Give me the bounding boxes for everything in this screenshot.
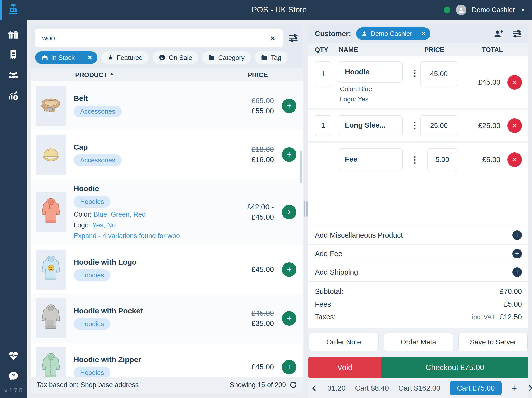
plus-circle-icon: + — [512, 230, 522, 240]
sidebar-item-health[interactable] — [0, 346, 27, 366]
product-name: Hoodie with Logo — [74, 258, 137, 266]
product-price-to: £45.00 — [224, 213, 274, 222]
qty-input[interactable] — [315, 115, 331, 136]
product-price: £45.00 — [224, 266, 274, 274]
sidebar-item-customers[interactable] — [0, 66, 27, 86]
add-shipping-button[interactable]: Add Shipping + — [308, 263, 528, 281]
chip-label: On Sale — [169, 54, 192, 62]
qty-input[interactable] — [315, 62, 331, 86]
product-image-cap — [36, 135, 66, 175]
item-price-input[interactable] — [427, 148, 457, 171]
item-price-input[interactable] — [420, 62, 457, 86]
heart-pulse-icon — [8, 350, 19, 362]
carts-scroll-left-button[interactable] — [310, 384, 318, 392]
item-name-box[interactable]: Hoodie — [339, 62, 403, 83]
order-note-button[interactable]: Order Note — [309, 333, 379, 352]
new-cart-button[interactable]: + — [511, 383, 517, 393]
add-fee-button[interactable]: Add Fee + — [308, 244, 528, 263]
cart-tab-active[interactable]: Cart £75.00 — [450, 381, 502, 396]
color-options-link[interactable]: Blue, Green, Red — [94, 211, 146, 218]
filter-chip-tag[interactable]: Tag — [255, 52, 287, 64]
order-meta-button[interactable]: Order Meta — [384, 333, 453, 352]
chevron-down-icon[interactable]: ▼ — [520, 7, 525, 13]
item-name-box[interactable]: Long Slee... — [339, 115, 403, 136]
add-misc-label: Add Miscellaneous Product — [315, 231, 403, 240]
sort-by-product[interactable]: PRODUCT ▲ — [31, 71, 114, 79]
sidebar-item-register[interactable] — [0, 0, 27, 20]
product-price: £35.00 — [224, 320, 274, 328]
add-to-cart-button[interactable]: + — [282, 262, 296, 277]
add-to-cart-button[interactable]: + — [282, 99, 296, 113]
product-image-hoodie-with-zipper — [36, 347, 66, 377]
product-category-chip[interactable]: Hoodies — [74, 367, 110, 377]
product-category-chip[interactable]: Hoodies — [74, 270, 110, 281]
logo-options-link[interactable]: Yes, No — [92, 222, 116, 229]
cart-tab-partial[interactable]: 31.20 — [327, 384, 346, 392]
add-customer-button[interactable] — [493, 29, 503, 39]
avatar[interactable] — [456, 5, 466, 15]
taxes-label: Taxes: — [315, 313, 336, 321]
product-category-chip[interactable]: Accessories — [74, 106, 122, 118]
remove-in-stock-filter[interactable]: ✕ — [82, 52, 97, 64]
item-total: £25.00 — [458, 115, 500, 136]
cart-settings-button[interactable] — [512, 29, 522, 39]
remove-item-button[interactable]: × — [507, 118, 522, 133]
filter-chip-featured[interactable]: ★ Featured — [101, 52, 149, 64]
void-button[interactable]: Void — [308, 357, 381, 378]
product-category-chip[interactable]: Hoodies — [74, 196, 110, 208]
add-to-cart-button[interactable]: + — [282, 311, 296, 326]
item-menu-button[interactable]: ⋮ — [409, 115, 420, 136]
gifts-icon — [8, 28, 19, 41]
product-variation-logo: Logo: Yes, No — [74, 222, 116, 229]
users-icon — [8, 70, 19, 82]
item-menu-button[interactable]: ⋮ — [409, 62, 420, 103]
sidebar-item-products[interactable] — [0, 24, 27, 45]
refresh-icon[interactable] — [289, 381, 297, 389]
add-miscellaneous-product-button[interactable]: Add Miscellaneous Product + — [308, 226, 528, 244]
taxes-note: incl VAT — [472, 313, 495, 321]
save-to-server-button[interactable]: Save to Server — [458, 333, 528, 352]
filter-chip-category[interactable]: Category — [202, 52, 251, 64]
cart-tab-2[interactable]: Cart $8.40 — [355, 384, 389, 392]
sidebar-item-help[interactable]: ? — [0, 366, 27, 387]
add-to-cart-button[interactable]: + — [282, 360, 296, 374]
filter-chip-on-sale[interactable]: $ On Sale — [153, 52, 198, 64]
chevron-left-icon — [310, 384, 318, 392]
item-menu-button[interactable]: ⋮ — [409, 148, 420, 171]
open-variations-button[interactable] — [282, 205, 296, 220]
expand-variations-link[interactable]: Expand - 4 variations found for woo — [74, 232, 180, 240]
item-price-input[interactable] — [420, 115, 457, 136]
customer-chip[interactable]: Demo Cashier ✕ — [356, 28, 430, 40]
add-to-cart-button[interactable]: + — [282, 148, 296, 162]
chevron-right-icon — [286, 209, 292, 215]
star-icon: ★ — [107, 54, 114, 61]
product-search-input[interactable] — [35, 29, 283, 48]
filter-chip-in-stock[interactable]: In Stock ✕ — [35, 52, 97, 64]
sidebar-item-reports[interactable]: $ — [0, 86, 27, 106]
remove-customer-button[interactable]: ✕ — [416, 28, 430, 40]
sidebar-item-orders[interactable] — [0, 45, 27, 66]
product-category-chip[interactable]: Accessories — [74, 154, 122, 166]
sales-report-icon: $ — [8, 90, 19, 102]
product-name: Cap — [74, 143, 88, 152]
remove-item-button[interactable]: × — [507, 75, 522, 90]
product-list-footer: Tax based on: Shop base address Showing … — [31, 377, 303, 393]
sliders-icon — [288, 33, 298, 43]
panel-resize-divider[interactable] — [303, 20, 308, 398]
clear-search-button[interactable]: × — [268, 34, 277, 43]
user-menu[interactable]: Demo Cashier — [472, 6, 515, 14]
product-image-hoodie-with-logo — [36, 250, 66, 290]
chip-label: Featured — [117, 54, 143, 62]
checkout-button[interactable]: Checkout £75.00 — [381, 357, 528, 378]
carts-scroll-right-button[interactable] — [527, 384, 532, 392]
item-total: £5.00 — [458, 148, 500, 171]
plus-circle-icon: + — [512, 249, 522, 258]
item-name-box[interactable]: Fee — [339, 148, 403, 170]
sidebar: $ ? v 1.7.5 — [0, 0, 27, 398]
cart-tab-3[interactable]: Cart $162.00 — [398, 384, 440, 392]
remove-item-button[interactable]: × — [507, 152, 522, 167]
product-list-scrollbar[interactable] — [300, 151, 302, 184]
product-category-chip[interactable]: Hoodies — [74, 318, 110, 330]
search-settings-button[interactable] — [288, 33, 298, 43]
products-panel: × In Stock ✕ ★ — [31, 24, 303, 393]
